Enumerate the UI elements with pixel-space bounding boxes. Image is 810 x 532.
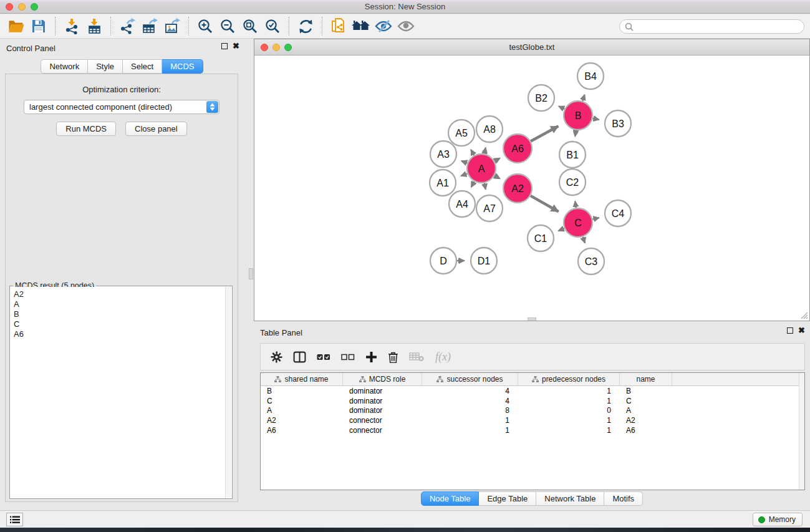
graph-edge-A2-C[interactable] xyxy=(531,196,559,211)
table-cell[interactable]: 1 xyxy=(518,397,620,405)
search-input[interactable] xyxy=(619,19,804,34)
result-scrollbar[interactable] xyxy=(225,287,231,498)
export-image-icon[interactable] xyxy=(161,16,183,36)
table-cell[interactable]: 4 xyxy=(422,397,518,405)
export-table-icon[interactable] xyxy=(138,16,161,36)
open-session-icon[interactable] xyxy=(327,16,350,36)
table-cell[interactable]: 8 xyxy=(422,406,518,415)
export-network-icon[interactable] xyxy=(116,16,138,36)
tab-node-table[interactable]: Node Table xyxy=(421,491,480,506)
graph-node-label-C1: C1 xyxy=(534,233,547,244)
mcds-result-item[interactable]: A xyxy=(14,299,222,309)
table-cell[interactable]: A2 xyxy=(261,416,343,425)
table-cell[interactable]: A2 xyxy=(620,416,672,425)
graph-node-label-D: D xyxy=(440,256,447,266)
column-header-predecessor-nodes[interactable]: predecessor nodes xyxy=(518,373,620,385)
table-cell[interactable]: 1 xyxy=(518,387,620,395)
mcds-result-list[interactable]: A2ABCA6 xyxy=(11,287,225,498)
column-header-successor-nodes[interactable]: successor nodes xyxy=(422,373,518,385)
delete-rows-icon[interactable] xyxy=(388,351,398,363)
close-panel-button[interactable]: Close panel xyxy=(125,122,187,136)
table-cell[interactable]: C xyxy=(620,397,672,405)
network-canvas[interactable]: AA1A2A3A4A5A6A7A8BB1B2B3B4CC1C2C3C4DD1 xyxy=(254,56,809,321)
graph-node-label-B4: B4 xyxy=(584,71,597,82)
table-cell[interactable]: 1 xyxy=(422,416,518,425)
table-close-panel-icon[interactable]: ✖ xyxy=(798,327,805,334)
float-panel-icon[interactable] xyxy=(221,43,228,49)
tab-network-table[interactable]: Network Table xyxy=(536,491,604,506)
network-window-titlebar[interactable]: testGlobe.txt xyxy=(254,39,809,56)
column-header-mcds-role[interactable]: MCDS role xyxy=(343,373,422,385)
panel-divider-handle[interactable] xyxy=(249,268,253,279)
table-cell[interactable]: dominator xyxy=(343,387,422,395)
save-session-icon[interactable] xyxy=(27,16,50,36)
criterion-dropdown[interactable]: largest connected component (directed) xyxy=(24,100,219,114)
import-table-icon[interactable] xyxy=(83,16,105,36)
tab-mcds[interactable]: MCDS xyxy=(162,59,203,74)
column-header-shared-name[interactable]: shared name xyxy=(261,373,343,385)
table-cell[interactable]: dominator xyxy=(343,397,422,405)
table-cell[interactable]: B xyxy=(620,387,672,395)
close-panel-icon[interactable]: ✖ xyxy=(233,43,239,49)
edge-source-arrow xyxy=(468,148,476,156)
table-float-panel-icon[interactable] xyxy=(787,327,793,334)
hierarchy-icon xyxy=(359,376,366,383)
table-row[interactable]: Cdominator41C xyxy=(261,396,804,406)
window-resize-grip[interactable] xyxy=(799,311,808,319)
table-cell[interactable]: 4 xyxy=(422,387,518,395)
table-cell[interactable]: A xyxy=(620,406,672,415)
run-mcds-button[interactable]: Run MCDS xyxy=(56,122,116,136)
table-cell[interactable]: B xyxy=(261,387,343,395)
zoom-in-icon[interactable] xyxy=(194,16,216,36)
select-all-icon[interactable] xyxy=(317,353,330,361)
tab-network[interactable]: Network xyxy=(41,59,88,74)
apply-layout-icon[interactable] xyxy=(294,16,317,36)
table-settings-icon[interactable] xyxy=(271,351,282,363)
mcds-result-item[interactable]: A6 xyxy=(14,329,222,339)
table-cell[interactable]: A xyxy=(261,406,343,415)
canvas-hscroll-thumb[interactable] xyxy=(528,317,536,321)
table-cell[interactable]: connector xyxy=(343,426,422,435)
table-row[interactable]: A2connector11A2 xyxy=(261,415,804,425)
import-network-icon[interactable] xyxy=(60,16,83,36)
deselect-all-icon[interactable] xyxy=(341,353,355,361)
table-scrollbar[interactable] xyxy=(799,373,804,490)
table-cell[interactable]: 1 xyxy=(518,426,620,435)
zoom-fit-icon[interactable] xyxy=(239,16,261,36)
table-cell[interactable]: A6 xyxy=(620,426,672,435)
window-titlebar: Session: New Session xyxy=(0,0,810,14)
graph-edge-A6-B[interactable] xyxy=(531,126,558,141)
mcds-result-item[interactable]: B xyxy=(14,309,222,319)
tab-edge-table[interactable]: Edge Table xyxy=(479,491,536,506)
open-file-icon[interactable] xyxy=(5,16,27,36)
home-view-icon[interactable] xyxy=(350,16,372,36)
mcds-result-item[interactable]: A2 xyxy=(14,289,222,299)
column-header-name[interactable]: name xyxy=(620,373,672,385)
table-cell[interactable]: 0 xyxy=(518,406,620,415)
zoom-selected-icon[interactable] xyxy=(261,16,284,36)
table-cell[interactable]: connector xyxy=(343,416,422,425)
tab-style[interactable]: Style xyxy=(88,59,123,74)
table-cell[interactable]: dominator xyxy=(343,406,422,415)
memory-button[interactable]: Memory xyxy=(753,513,803,526)
tab-select[interactable]: Select xyxy=(123,59,162,74)
column-selector-icon[interactable] xyxy=(293,351,306,363)
table-row[interactable]: Bdominator41B xyxy=(261,386,804,396)
task-history-button[interactable] xyxy=(6,513,23,526)
hide-selected-icon[interactable] xyxy=(372,16,395,36)
table-cell[interactable]: 1 xyxy=(422,426,518,435)
mcds-result-group: MCDS result (5 nodes) A2ABCA6 xyxy=(9,286,233,499)
show-all-icon[interactable] xyxy=(395,16,417,36)
mcds-result-item[interactable]: C xyxy=(14,319,222,329)
tab-motifs[interactable]: Motifs xyxy=(604,491,643,506)
hierarchy-icon xyxy=(436,376,443,383)
table-row[interactable]: A6connector11A6 xyxy=(261,425,804,435)
graph-node-label-A: A xyxy=(478,163,485,174)
table-cell[interactable]: C xyxy=(261,397,343,405)
graph-node-label-C2: C2 xyxy=(566,177,579,188)
table-row[interactable]: Adominator80A xyxy=(261,406,804,416)
zoom-out-icon[interactable] xyxy=(216,16,239,36)
table-cell[interactable]: 1 xyxy=(518,416,620,425)
add-row-icon[interactable] xyxy=(365,351,377,363)
table-cell[interactable]: A6 xyxy=(261,426,343,435)
